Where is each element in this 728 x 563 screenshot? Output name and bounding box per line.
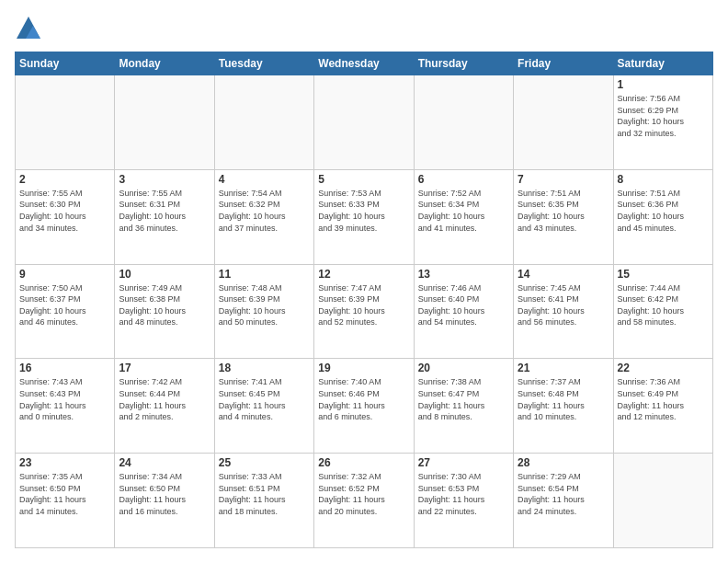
day-number: 6	[418, 173, 509, 186]
calendar-cell	[514, 75, 613, 170]
day-number: 28	[518, 456, 609, 469]
calendar-cell: 25Sunrise: 7:33 AM Sunset: 6:51 PM Dayli…	[214, 454, 313, 548]
logo-icon	[15, 15, 42, 42]
day-detail: Sunrise: 7:29 AM Sunset: 6:54 PM Dayligh…	[518, 471, 609, 517]
day-number: 10	[119, 268, 210, 281]
day-detail: Sunrise: 7:55 AM Sunset: 6:30 PM Dayligh…	[19, 188, 110, 234]
day-number: 18	[219, 362, 310, 374]
day-detail: Sunrise: 7:45 AM Sunset: 6:41 PM Dayligh…	[518, 282, 609, 328]
day-detail: Sunrise: 7:34 AM Sunset: 6:50 PM Dayligh…	[119, 471, 210, 517]
day-detail: Sunrise: 7:48 AM Sunset: 6:39 PM Dayligh…	[219, 282, 310, 328]
week-row-3: 9Sunrise: 7:50 AM Sunset: 6:37 PM Daylig…	[16, 264, 713, 359]
calendar-cell	[613, 454, 712, 548]
calendar-cell: 10Sunrise: 7:49 AM Sunset: 6:38 PM Dayli…	[115, 264, 214, 359]
calendar-cell: 2Sunrise: 7:55 AM Sunset: 6:30 PM Daylig…	[16, 169, 115, 264]
calendar-cell: 11Sunrise: 7:48 AM Sunset: 6:39 PM Dayli…	[214, 264, 313, 359]
day-detail: Sunrise: 7:53 AM Sunset: 6:33 PM Dayligh…	[318, 188, 409, 234]
day-detail: Sunrise: 7:42 AM Sunset: 6:44 PM Dayligh…	[119, 376, 210, 422]
calendar-cell: 23Sunrise: 7:35 AM Sunset: 6:50 PM Dayli…	[16, 454, 115, 548]
day-detail: Sunrise: 7:55 AM Sunset: 6:31 PM Dayligh…	[119, 188, 210, 234]
day-number: 11	[219, 268, 310, 281]
calendar-cell: 4Sunrise: 7:54 AM Sunset: 6:32 PM Daylig…	[214, 169, 313, 264]
day-number: 24	[119, 456, 210, 469]
calendar-cell: 16Sunrise: 7:43 AM Sunset: 6:43 PM Dayli…	[16, 359, 115, 454]
calendar-cell: 27Sunrise: 7:30 AM Sunset: 6:53 PM Dayli…	[414, 454, 513, 548]
weekday-header-friday: Friday	[514, 52, 613, 75]
day-number: 23	[19, 456, 110, 469]
calendar-cell	[16, 75, 115, 170]
day-detail: Sunrise: 7:56 AM Sunset: 6:29 PM Dayligh…	[618, 93, 709, 139]
day-detail: Sunrise: 7:44 AM Sunset: 6:42 PM Dayligh…	[618, 282, 709, 328]
day-detail: Sunrise: 7:43 AM Sunset: 6:43 PM Dayligh…	[19, 376, 110, 422]
day-detail: Sunrise: 7:38 AM Sunset: 6:47 PM Dayligh…	[418, 376, 509, 422]
day-detail: Sunrise: 7:36 AM Sunset: 6:49 PM Dayligh…	[618, 376, 709, 422]
calendar-cell: 5Sunrise: 7:53 AM Sunset: 6:33 PM Daylig…	[314, 169, 414, 264]
weekday-header-wednesday: Wednesday	[314, 52, 414, 75]
day-number: 4	[219, 173, 310, 186]
day-number: 19	[318, 362, 409, 374]
calendar-cell: 22Sunrise: 7:36 AM Sunset: 6:49 PM Dayli…	[613, 359, 712, 454]
day-number: 12	[318, 268, 409, 281]
calendar-cell: 21Sunrise: 7:37 AM Sunset: 6:48 PM Dayli…	[514, 359, 613, 454]
day-detail: Sunrise: 7:49 AM Sunset: 6:38 PM Dayligh…	[119, 282, 210, 328]
weekday-header-saturday: Saturday	[613, 52, 712, 75]
week-row-4: 16Sunrise: 7:43 AM Sunset: 6:43 PM Dayli…	[16, 359, 713, 454]
week-row-5: 23Sunrise: 7:35 AM Sunset: 6:50 PM Dayli…	[16, 454, 713, 548]
calendar-cell: 8Sunrise: 7:51 AM Sunset: 6:36 PM Daylig…	[613, 169, 712, 264]
calendar-table: SundayMondayTuesdayWednesdayThursdayFrid…	[15, 52, 713, 548]
calendar-cell: 28Sunrise: 7:29 AM Sunset: 6:54 PM Dayli…	[514, 454, 613, 548]
day-detail: Sunrise: 7:30 AM Sunset: 6:53 PM Dayligh…	[418, 471, 509, 517]
day-detail: Sunrise: 7:40 AM Sunset: 6:46 PM Dayligh…	[318, 376, 409, 422]
weekday-header-thursday: Thursday	[414, 52, 513, 75]
calendar-cell: 15Sunrise: 7:44 AM Sunset: 6:42 PM Dayli…	[613, 264, 712, 359]
day-detail: Sunrise: 7:46 AM Sunset: 6:40 PM Dayligh…	[418, 282, 509, 328]
day-detail: Sunrise: 7:51 AM Sunset: 6:35 PM Dayligh…	[518, 188, 609, 234]
day-number: 14	[518, 268, 609, 281]
day-detail: Sunrise: 7:35 AM Sunset: 6:50 PM Dayligh…	[19, 471, 110, 517]
day-detail: Sunrise: 7:41 AM Sunset: 6:45 PM Dayligh…	[219, 376, 310, 422]
day-number: 27	[418, 456, 509, 469]
week-row-2: 2Sunrise: 7:55 AM Sunset: 6:30 PM Daylig…	[16, 169, 713, 264]
calendar-cell: 9Sunrise: 7:50 AM Sunset: 6:37 PM Daylig…	[16, 264, 115, 359]
calendar-cell	[115, 75, 214, 170]
day-detail: Sunrise: 7:32 AM Sunset: 6:52 PM Dayligh…	[318, 471, 409, 517]
day-number: 16	[19, 362, 110, 374]
day-number: 13	[418, 268, 509, 281]
calendar-cell: 14Sunrise: 7:45 AM Sunset: 6:41 PM Dayli…	[514, 264, 613, 359]
day-number: 9	[19, 268, 110, 281]
weekday-header-sunday: Sunday	[16, 52, 115, 75]
day-number: 26	[318, 456, 409, 469]
day-number: 25	[219, 456, 310, 469]
page: SundayMondayTuesdayWednesdayThursdayFrid…	[0, 0, 728, 563]
weekday-header-monday: Monday	[115, 52, 214, 75]
day-detail: Sunrise: 7:37 AM Sunset: 6:48 PM Dayligh…	[518, 376, 609, 422]
weekday-header-row: SundayMondayTuesdayWednesdayThursdayFrid…	[16, 52, 713, 75]
day-number: 3	[119, 173, 210, 186]
day-detail: Sunrise: 7:50 AM Sunset: 6:37 PM Dayligh…	[19, 282, 110, 328]
day-number: 5	[318, 173, 409, 186]
calendar-cell: 13Sunrise: 7:46 AM Sunset: 6:40 PM Dayli…	[414, 264, 513, 359]
day-number: 1	[618, 78, 709, 91]
calendar-cell	[314, 75, 414, 170]
day-detail: Sunrise: 7:51 AM Sunset: 6:36 PM Dayligh…	[618, 188, 709, 234]
day-number: 8	[618, 173, 709, 186]
calendar-cell: 24Sunrise: 7:34 AM Sunset: 6:50 PM Dayli…	[115, 454, 214, 548]
weekday-header-tuesday: Tuesday	[214, 52, 313, 75]
day-number: 17	[119, 362, 210, 374]
day-number: 2	[19, 173, 110, 186]
day-number: 22	[618, 362, 709, 374]
calendar-cell	[214, 75, 313, 170]
day-number: 7	[518, 173, 609, 186]
calendar-cell: 3Sunrise: 7:55 AM Sunset: 6:31 PM Daylig…	[115, 169, 214, 264]
logo	[15, 15, 46, 42]
calendar-cell: 18Sunrise: 7:41 AM Sunset: 6:45 PM Dayli…	[214, 359, 313, 454]
calendar-cell: 19Sunrise: 7:40 AM Sunset: 6:46 PM Dayli…	[314, 359, 414, 454]
day-detail: Sunrise: 7:47 AM Sunset: 6:39 PM Dayligh…	[318, 282, 409, 328]
day-detail: Sunrise: 7:54 AM Sunset: 6:32 PM Dayligh…	[219, 188, 310, 234]
calendar-cell: 1Sunrise: 7:56 AM Sunset: 6:29 PM Daylig…	[613, 75, 712, 170]
calendar-cell: 6Sunrise: 7:52 AM Sunset: 6:34 PM Daylig…	[414, 169, 513, 264]
calendar-cell: 20Sunrise: 7:38 AM Sunset: 6:47 PM Dayli…	[414, 359, 513, 454]
calendar-cell	[414, 75, 513, 170]
day-number: 15	[618, 268, 709, 281]
week-row-1: 1Sunrise: 7:56 AM Sunset: 6:29 PM Daylig…	[16, 75, 713, 170]
